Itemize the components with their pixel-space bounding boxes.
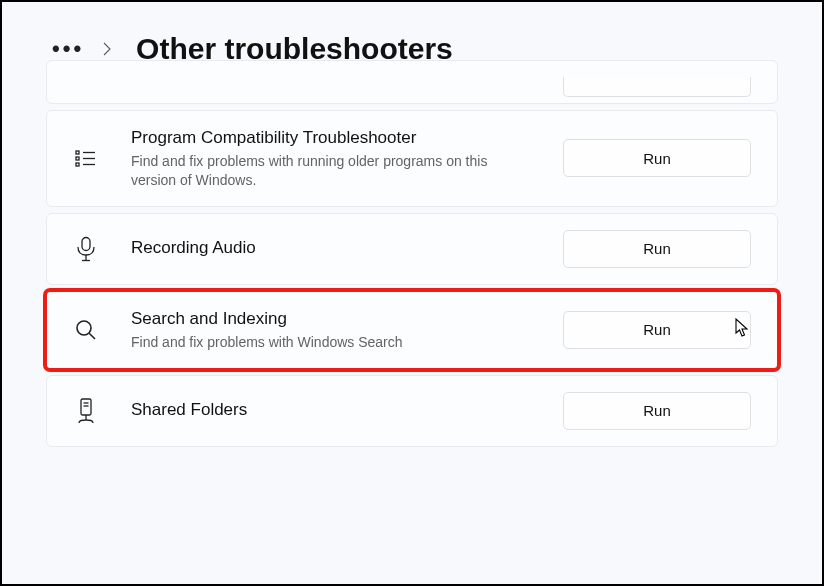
search-icon: [69, 318, 103, 342]
server-icon: [69, 397, 103, 425]
svg-rect-4: [76, 163, 79, 166]
item-title: Program Compatibility Troubleshooter: [131, 127, 551, 150]
troubleshooter-card-recording-audio: Recording Audio Run: [46, 213, 778, 285]
troubleshooter-card-search-indexing: Search and Indexing Find and fix problem…: [46, 291, 778, 369]
troubleshooter-list: Program Compatibility Troubleshooter Fin…: [2, 90, 822, 447]
troubleshooter-card-partial: [46, 60, 778, 104]
svg-rect-0: [76, 151, 79, 154]
svg-line-10: [89, 333, 95, 339]
troubleshooter-card-program-compat: Program Compatibility Troubleshooter Fin…: [46, 110, 778, 207]
item-title: Shared Folders: [131, 399, 551, 422]
chevron-right-icon: [102, 41, 112, 57]
svg-rect-11: [81, 399, 91, 415]
item-desc: Find and fix problems with running older…: [131, 152, 501, 190]
checklist-icon: [69, 146, 103, 170]
troubleshooter-card-shared-folders: Shared Folders Run: [46, 375, 778, 447]
item-title: Search and Indexing: [131, 308, 551, 331]
ellipsis-icon[interactable]: •••: [52, 38, 84, 60]
svg-rect-2: [76, 157, 79, 160]
run-button[interactable]: Run: [563, 139, 751, 177]
svg-rect-6: [82, 237, 90, 250]
item-desc: Find and fix problems with Windows Searc…: [131, 333, 501, 352]
svg-point-9: [77, 321, 91, 335]
run-button[interactable]: Run: [563, 230, 751, 268]
run-button[interactable]: Run: [563, 392, 751, 430]
run-button-partial[interactable]: [563, 77, 751, 97]
run-button[interactable]: Run: [563, 311, 751, 349]
microphone-icon: [69, 236, 103, 262]
item-title: Recording Audio: [131, 237, 551, 260]
